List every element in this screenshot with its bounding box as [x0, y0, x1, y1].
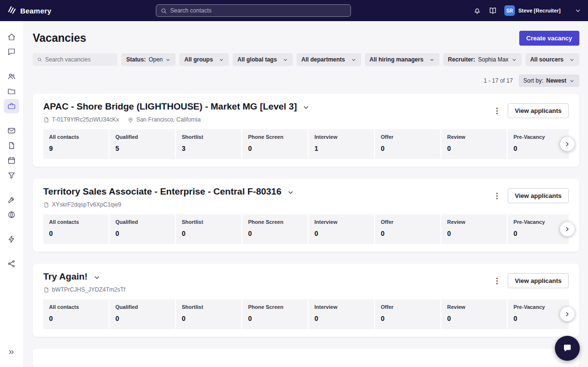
view-applicants-button[interactable]: View applicants — [508, 273, 569, 288]
filter-hiring-managers[interactable]: All hiring managers — [365, 53, 439, 66]
user-menu-chevron[interactable] — [575, 7, 581, 14]
stat-box[interactable]: All contacts0 — [43, 299, 109, 329]
filter-departments[interactable]: All departments — [297, 53, 361, 66]
sidebar-item-home[interactable] — [4, 30, 19, 44]
avatar: SR — [504, 5, 515, 16]
sidebar-item-feedback[interactable] — [4, 45, 19, 59]
sidebar-item-filters[interactable] — [4, 168, 19, 183]
create-vacancy-button[interactable]: Create vacancy — [519, 31, 579, 46]
sidebar-item-calendar[interactable] — [4, 153, 19, 168]
vacancy-search[interactable] — [33, 53, 117, 66]
stat-box[interactable]: Phone Screen0 — [242, 129, 308, 159]
vacancy-id: T-01T9YfRc25ziWU34cKx — [52, 116, 119, 123]
stat-box[interactable]: Interview1 — [309, 129, 374, 159]
sidebar-item-email[interactable] — [4, 123, 19, 138]
notifications-button[interactable] — [473, 7, 481, 15]
stat-box[interactable]: Shortlist0 — [176, 299, 241, 329]
sidebar-item-automation[interactable] — [4, 232, 19, 246]
chevron-down-icon — [165, 57, 171, 62]
vacancy-expand-button[interactable] — [93, 272, 100, 281]
stat-box[interactable]: Review0 — [441, 129, 507, 159]
scroll-stats-right-button[interactable] — [560, 307, 575, 321]
scroll-stats-right-button[interactable] — [560, 222, 575, 236]
kebab-menu-button[interactable]: ⋮ — [490, 190, 504, 202]
chevron-down-icon — [429, 57, 435, 62]
vacancy-id: XYskrF2dqspTv6XpC1qw9 — [52, 201, 121, 208]
sidebar-item-integrations[interactable] — [4, 208, 19, 222]
topbar: Beamery SR Steve [Recruiter] — [0, 0, 588, 21]
sidebar-collapse-button[interactable] — [4, 345, 19, 359]
filter-groups[interactable]: All groups — [179, 53, 228, 66]
stat-box[interactable]: Phone Screen0 — [242, 214, 308, 244]
chevron-down-icon — [219, 57, 224, 62]
stat-box[interactable]: Review0 — [441, 299, 507, 329]
filter-global-tags[interactable]: All global tags — [233, 53, 293, 66]
chevron-down-icon — [93, 274, 100, 281]
filter-status[interactable]: Status: Open — [121, 53, 175, 66]
results-count: 1 - 17 of 17 — [484, 77, 513, 84]
home-icon — [7, 33, 16, 41]
search-vacancies-input[interactable] — [45, 56, 113, 63]
filter-recruiter[interactable]: Recruiter: Sophia Max — [443, 53, 522, 66]
kebab-menu-button[interactable]: ⋮ — [490, 105, 504, 117]
filter-sourcers[interactable]: All sourcers — [525, 53, 579, 66]
sphere-icon — [7, 210, 16, 219]
user-menu[interactable]: SR Steve [Recruiter] — [504, 5, 561, 16]
stat-box[interactable]: Offer0 — [375, 129, 440, 159]
vacancy-card: Territory Sales Associate - Enterprise -… — [33, 179, 579, 252]
chevron-right-icon — [564, 311, 571, 318]
sidebar-item-tools[interactable] — [4, 193, 19, 207]
vacancy-expand-button[interactable] — [287, 187, 294, 196]
stat-box[interactable]: Offer0 — [375, 299, 440, 329]
book-icon — [488, 6, 497, 15]
sort-dropdown[interactable]: Sort by: Newest — [519, 74, 579, 87]
chevron-down-icon — [569, 57, 575, 62]
vacancy-title: Territory Sales Associate - Enterprise -… — [43, 186, 281, 197]
chat-widget-button[interactable] — [555, 336, 580, 361]
user-name: Steve [Recruiter] — [518, 8, 561, 13]
sidebar-item-network[interactable] — [4, 257, 19, 271]
vacancy-id: bWTPrCJHS_JYDZ4Tm2sTf — [52, 286, 125, 293]
stat-box[interactable]: Pre-Vacancy0 — [508, 214, 569, 244]
stat-box[interactable]: Shortlist0 — [176, 214, 241, 244]
sidebar-item-contacts[interactable] — [4, 69, 19, 84]
vacancy-card-partial — [33, 349, 579, 367]
view-applicants-button[interactable]: View applicants — [508, 103, 569, 118]
stat-box[interactable]: Interview0 — [309, 299, 374, 329]
search-contacts-input[interactable] — [170, 7, 346, 14]
stat-box[interactable]: All contacts0 — [43, 214, 109, 244]
location-pin-icon — [127, 117, 134, 123]
brand-name: Beamery — [20, 7, 51, 15]
stat-box[interactable]: Qualified0 — [110, 299, 175, 329]
vacancy-expand-button[interactable] — [302, 102, 310, 111]
stat-box[interactable]: Phone Screen0 — [242, 299, 308, 329]
stat-box[interactable]: All contacts9 — [43, 129, 109, 159]
stat-box[interactable]: Interview0 — [309, 214, 374, 244]
stat-box[interactable]: Review0 — [441, 214, 507, 244]
pipeline-stats: All contacts9 Qualified5 Shortlist3 Phon… — [43, 129, 569, 159]
brand[interactable]: Beamery — [0, 5, 51, 16]
scroll-stats-right-button[interactable] — [560, 137, 575, 151]
chevron-down-icon — [351, 57, 356, 62]
pipeline-stats: All contacts0 Qualified0 Shortlist0 Phon… — [43, 299, 569, 329]
sidebar-item-vacancies[interactable] — [4, 99, 19, 113]
stat-box[interactable]: Pre-Vacancy0 — [508, 299, 569, 329]
chevron-right-icon — [564, 141, 571, 147]
stat-box[interactable]: Qualified5 — [110, 129, 175, 159]
sidebar — [0, 21, 23, 367]
mail-icon — [7, 126, 16, 135]
sidebar-item-folders[interactable] — [4, 84, 19, 98]
global-search[interactable] — [156, 4, 351, 17]
filters-bar: Status: Open All groups All global tags … — [33, 53, 579, 66]
vacancy-card: Try Again! bWTPrCJHS_JYDZ4Tm2sTf ⋮ — [33, 264, 579, 337]
stat-box[interactable]: Qualified0 — [110, 214, 175, 244]
chevron-down-icon — [302, 104, 310, 111]
stat-box[interactable]: Shortlist3 — [176, 129, 241, 159]
sidebar-item-pages[interactable] — [4, 138, 19, 153]
chat-bubble-icon — [7, 48, 16, 56]
stat-box[interactable]: Pre-Vacancy0 — [508, 129, 569, 159]
view-applicants-button[interactable]: View applicants — [508, 188, 569, 203]
knowledge-base-button[interactable] — [488, 6, 497, 15]
stat-box[interactable]: Offer0 — [375, 214, 440, 244]
kebab-menu-button[interactable]: ⋮ — [490, 275, 504, 287]
